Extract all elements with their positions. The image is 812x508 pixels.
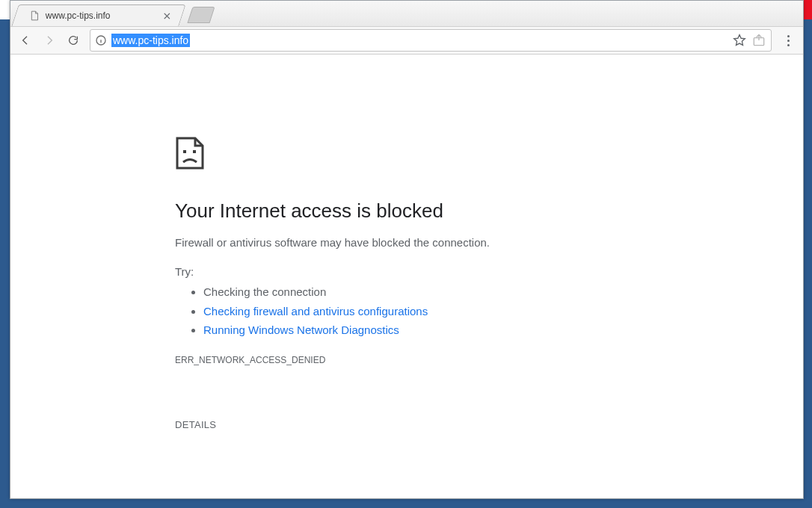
svg-rect-5 — [193, 150, 196, 153]
list-item: Checking the connection — [203, 282, 639, 302]
error-suggestion-list: Checking the connection Checking firewal… — [175, 282, 639, 340]
page-content: Your Internet access is blocked Firewall… — [10, 55, 803, 498]
suggestion-text: Checking the connection — [203, 285, 326, 298]
tab-title: www.pc-tips.info — [46, 10, 153, 21]
address-bar[interactable]: www.pc-tips.info — [90, 29, 772, 52]
kebab-menu-icon — [787, 35, 790, 46]
tab-strip: www.pc-tips.info — [10, 1, 803, 26]
list-item: Checking firewall and antivirus configur… — [203, 302, 639, 321]
tab-close-button[interactable] — [162, 11, 171, 20]
error-try-label: Try: — [175, 265, 639, 278]
toolbar: www.pc-tips.info — [10, 26, 803, 55]
error-subtitle: Firewall or antivirus software may have … — [175, 236, 639, 249]
page-favicon-icon — [29, 10, 40, 21]
nav-reload-button[interactable] — [63, 30, 84, 51]
nav-forward-button[interactable] — [39, 30, 60, 51]
nav-back-button[interactable] — [15, 30, 36, 51]
bookmark-star-button[interactable] — [732, 33, 747, 48]
suggestion-link[interactable]: Checking firewall and antivirus configur… — [203, 305, 428, 318]
new-tab-button[interactable] — [187, 7, 215, 23]
share-button[interactable] — [751, 33, 766, 48]
suggestion-link[interactable]: Running Windows Network Diagnostics — [203, 323, 399, 336]
site-info-icon[interactable] — [95, 34, 107, 46]
error-code: ERR_NETWORK_ACCESS_DENIED — [175, 355, 639, 365]
sad-page-icon — [175, 137, 639, 173]
browser-window: www.pc-tips.info — [10, 0, 804, 499]
browser-menu-button[interactable] — [778, 30, 799, 51]
error-page: Your Internet access is blocked Firewall… — [160, 55, 653, 461]
list-item: Running Windows Network Diagnostics — [203, 320, 639, 340]
svg-rect-4 — [183, 150, 186, 153]
details-button[interactable]: DETAILS — [175, 419, 216, 430]
browser-tab[interactable]: www.pc-tips.info — [11, 4, 185, 26]
error-heading: Your Internet access is blocked — [175, 199, 639, 223]
address-bar-url[interactable]: www.pc-tips.info — [111, 34, 190, 47]
